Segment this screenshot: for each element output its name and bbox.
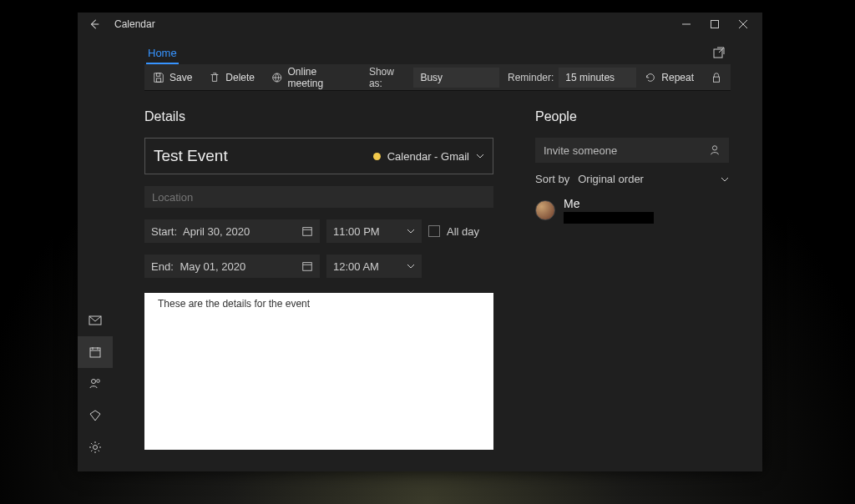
end-time-value: 12:00 AM <box>333 260 379 273</box>
close-button[interactable] <box>729 13 757 36</box>
details-heading: Details <box>144 109 493 124</box>
sort-by-label: Sort by <box>535 173 569 185</box>
svg-point-4 <box>97 380 100 383</box>
svg-rect-7 <box>156 78 160 81</box>
all-day-label: All day <box>447 225 479 238</box>
calendar-icon <box>301 260 313 272</box>
trash-icon <box>209 72 220 83</box>
repeat-icon <box>645 72 656 83</box>
description-textarea[interactable] <box>144 293 493 450</box>
people-icon <box>89 377 102 391</box>
attendee-email-redacted <box>564 212 654 224</box>
save-button[interactable]: Save <box>144 64 200 90</box>
sidebar-calendar[interactable] <box>78 336 113 368</box>
minimize-icon <box>682 20 691 28</box>
event-title-row: Calendar - Gmail <box>144 138 493 174</box>
calendar-icon <box>301 225 313 237</box>
end-time-field[interactable]: 12:00 AM <box>326 255 422 278</box>
calendar-selector[interactable]: Calendar - Gmail <box>373 150 484 163</box>
private-button[interactable] <box>702 72 731 83</box>
open-new-window-icon <box>712 46 726 59</box>
sidebar-mail[interactable] <box>78 305 113 336</box>
show-as-value: Busy <box>420 72 443 83</box>
repeat-label: Repeat <box>661 72 694 83</box>
chevron-down-icon <box>476 152 484 160</box>
invite-input[interactable]: Invite someone <box>535 138 729 163</box>
tag-icon <box>89 409 102 422</box>
open-new-window-button[interactable] <box>707 41 731 64</box>
all-day-checkbox[interactable] <box>428 225 440 237</box>
reminder-label: Reminder: <box>499 72 559 83</box>
window-title: Calendar <box>114 18 155 30</box>
svg-rect-0 <box>711 21 719 28</box>
sort-by-dropdown[interactable]: Original order <box>578 173 729 185</box>
start-date-value: April 30, 2020 <box>183 225 250 238</box>
sort-by-row: Sort by Original order <box>535 173 729 185</box>
delete-button[interactable]: Delete <box>200 64 263 90</box>
minimize-button[interactable] <box>672 13 701 36</box>
reminder-value: 15 minutes <box>565 72 615 83</box>
svg-rect-2 <box>90 348 100 357</box>
svg-point-13 <box>712 146 716 150</box>
arrow-left-icon <box>89 18 100 30</box>
show-as-label: Show as: <box>361 66 413 89</box>
sidebar <box>78 36 113 471</box>
svg-point-3 <box>92 380 96 384</box>
show-as-dropdown[interactable]: Busy <box>413 68 499 88</box>
svg-point-5 <box>94 446 98 450</box>
lock-icon <box>711 72 722 83</box>
chevron-down-icon <box>721 175 729 184</box>
chevron-down-icon <box>407 262 415 270</box>
start-date-field[interactable]: Start: April 30, 2020 <box>144 219 320 243</box>
people-heading: People <box>535 109 731 124</box>
tabbar: Home <box>144 36 731 64</box>
toolbar: Save Delete Online meeting Show as: Busy… <box>144 64 731 91</box>
save-icon <box>153 72 164 83</box>
calendar-color-dot <box>373 153 381 160</box>
online-meeting-button[interactable]: Online meeting <box>263 64 361 90</box>
reminder-dropdown[interactable]: 15 minutes <box>559 68 636 88</box>
close-icon <box>739 20 747 28</box>
svg-rect-10 <box>714 77 720 82</box>
gear-icon <box>89 441 102 454</box>
calendar-icon <box>89 345 102 359</box>
start-label: Start: <box>151 225 177 238</box>
end-date-value: May 01, 2020 <box>180 260 245 273</box>
save-label: Save <box>169 72 192 83</box>
sidebar-settings[interactable] <box>78 431 113 463</box>
online-meeting-label: Online meeting <box>287 66 352 89</box>
tab-home[interactable]: Home <box>144 42 180 64</box>
sidebar-people[interactable] <box>78 368 113 400</box>
event-title-input[interactable] <box>154 147 365 165</box>
svg-rect-12 <box>303 263 312 271</box>
globe-icon <box>271 72 282 83</box>
app-window: Calendar <box>78 13 762 471</box>
svg-rect-11 <box>303 228 312 236</box>
titlebar: Calendar <box>78 13 762 36</box>
svg-rect-8 <box>156 73 159 76</box>
avatar <box>535 200 555 220</box>
calendar-selector-label: Calendar - Gmail <box>387 150 469 163</box>
end-date-field[interactable]: End: May 01, 2020 <box>144 255 320 278</box>
start-time-field[interactable]: 11:00 PM <box>326 219 422 243</box>
maximize-button[interactable] <box>701 13 729 36</box>
delete-label: Delete <box>225 72 255 83</box>
attendee-row: Me <box>535 197 731 224</box>
maximize-icon <box>711 20 719 28</box>
location-input[interactable] <box>144 186 493 208</box>
sidebar-todo[interactable] <box>78 400 113 431</box>
back-button[interactable] <box>86 18 103 30</box>
repeat-button[interactable]: Repeat <box>636 64 702 90</box>
person-icon <box>709 144 721 156</box>
sort-by-value: Original order <box>578 173 644 185</box>
chevron-down-icon <box>407 227 415 235</box>
mail-icon <box>89 314 102 327</box>
end-label: End: <box>151 260 174 273</box>
invite-placeholder: Invite someone <box>544 144 617 157</box>
attendee-name: Me <box>564 197 654 210</box>
start-time-value: 11:00 PM <box>333 225 380 238</box>
